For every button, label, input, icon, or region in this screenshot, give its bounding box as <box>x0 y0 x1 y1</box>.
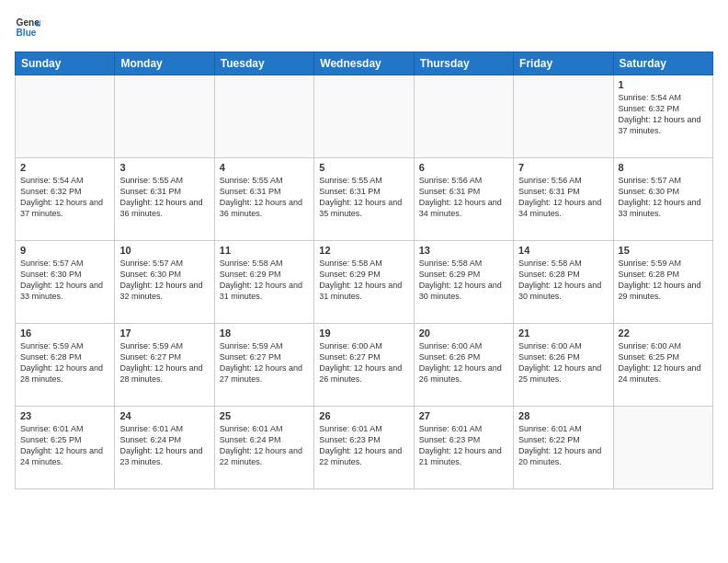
weekday-header-monday: Monday <box>115 52 214 75</box>
day-info: Sunrise: 5:57 AM Sunset: 6:30 PM Dayligh… <box>619 175 708 220</box>
day-number: 23 <box>20 410 109 421</box>
calendar-cell: 2Sunrise: 5:54 AM Sunset: 6:32 PM Daylig… <box>16 158 115 241</box>
day-number: 26 <box>319 410 408 421</box>
calendar-cell: 26Sunrise: 6:01 AM Sunset: 6:23 PM Dayli… <box>314 407 414 489</box>
weekday-header-thursday: Thursday <box>414 52 513 75</box>
calendar-cell <box>414 75 513 158</box>
calendar-cell: 6Sunrise: 5:56 AM Sunset: 6:31 PM Daylig… <box>414 158 513 241</box>
day-number: 4 <box>220 162 309 173</box>
calendar-cell: 21Sunrise: 6:00 AM Sunset: 6:26 PM Dayli… <box>514 324 613 407</box>
day-number: 20 <box>419 327 508 339</box>
day-info: Sunrise: 6:01 AM Sunset: 6:24 PM Dayligh… <box>119 423 209 468</box>
calendar-cell <box>214 75 313 158</box>
calendar-cell <box>613 407 712 489</box>
day-info: Sunrise: 6:00 AM Sunset: 6:26 PM Dayligh… <box>419 340 508 385</box>
calendar-cell: 16Sunrise: 5:59 AM Sunset: 6:28 PM Dayli… <box>16 324 115 407</box>
logo: General Blue <box>15 15 42 40</box>
day-number: 11 <box>220 245 309 256</box>
weekday-header-friday: Friday <box>514 52 613 75</box>
calendar-cell: 22Sunrise: 6:00 AM Sunset: 6:25 PM Dayli… <box>613 324 712 407</box>
calendar-cell: 1Sunrise: 5:54 AM Sunset: 6:32 PM Daylig… <box>613 75 712 158</box>
logo-icon: General Blue <box>15 15 40 40</box>
day-info: Sunrise: 5:54 AM Sunset: 6:32 PM Dayligh… <box>20 175 109 220</box>
day-info: Sunrise: 6:01 AM Sunset: 6:25 PM Dayligh… <box>20 423 109 468</box>
calendar-cell: 5Sunrise: 5:55 AM Sunset: 6:31 PM Daylig… <box>314 158 414 241</box>
day-number: 1 <box>619 79 708 90</box>
day-number: 8 <box>619 162 708 173</box>
calendar-cell: 10Sunrise: 5:57 AM Sunset: 6:30 PM Dayli… <box>115 241 214 324</box>
day-number: 17 <box>119 327 209 339</box>
day-info: Sunrise: 5:55 AM Sunset: 6:31 PM Dayligh… <box>220 175 309 220</box>
day-info: Sunrise: 5:56 AM Sunset: 6:31 PM Dayligh… <box>419 175 508 220</box>
day-number: 19 <box>319 327 408 339</box>
day-info: Sunrise: 5:55 AM Sunset: 6:31 PM Dayligh… <box>319 175 408 220</box>
calendar-table: SundayMondayTuesdayWednesdayThursdayFrid… <box>15 52 713 489</box>
day-info: Sunrise: 6:00 AM Sunset: 6:27 PM Dayligh… <box>319 340 408 385</box>
calendar-cell: 4Sunrise: 5:55 AM Sunset: 6:31 PM Daylig… <box>214 158 313 241</box>
calendar-cell <box>314 75 414 158</box>
calendar-cell: 13Sunrise: 5:58 AM Sunset: 6:29 PM Dayli… <box>414 241 513 324</box>
weekday-header-tuesday: Tuesday <box>214 52 313 75</box>
day-info: Sunrise: 6:00 AM Sunset: 6:26 PM Dayligh… <box>518 340 608 385</box>
day-number: 27 <box>419 410 508 421</box>
day-number: 16 <box>20 327 109 339</box>
day-info: Sunrise: 5:58 AM Sunset: 6:29 PM Dayligh… <box>419 258 508 303</box>
day-info: Sunrise: 5:57 AM Sunset: 6:30 PM Dayligh… <box>20 258 109 303</box>
day-info: Sunrise: 5:58 AM Sunset: 6:29 PM Dayligh… <box>319 258 408 303</box>
day-number: 25 <box>220 410 309 421</box>
week-row-4: 23Sunrise: 6:01 AM Sunset: 6:25 PM Dayli… <box>16 407 713 489</box>
day-info: Sunrise: 6:01 AM Sunset: 6:24 PM Dayligh… <box>220 423 309 468</box>
svg-text:Blue: Blue <box>17 28 37 38</box>
weekday-header-sunday: Sunday <box>16 52 115 75</box>
day-number: 14 <box>518 245 608 256</box>
calendar-cell: 24Sunrise: 6:01 AM Sunset: 6:24 PM Dayli… <box>115 407 214 489</box>
week-row-0: 1Sunrise: 5:54 AM Sunset: 6:32 PM Daylig… <box>16 75 713 158</box>
day-info: Sunrise: 5:55 AM Sunset: 6:31 PM Dayligh… <box>119 175 209 220</box>
week-row-2: 9Sunrise: 5:57 AM Sunset: 6:30 PM Daylig… <box>16 241 713 324</box>
day-number: 15 <box>619 245 708 256</box>
day-info: Sunrise: 6:00 AM Sunset: 6:25 PM Dayligh… <box>619 340 708 385</box>
calendar-cell: 11Sunrise: 5:58 AM Sunset: 6:29 PM Dayli… <box>214 241 313 324</box>
day-number: 7 <box>518 162 608 173</box>
day-number: 13 <box>419 245 508 256</box>
calendar-cell: 25Sunrise: 6:01 AM Sunset: 6:24 PM Dayli… <box>214 407 313 489</box>
day-info: Sunrise: 5:58 AM Sunset: 6:28 PM Dayligh… <box>518 258 608 303</box>
calendar-cell: 20Sunrise: 6:00 AM Sunset: 6:26 PM Dayli… <box>414 324 513 407</box>
day-info: Sunrise: 5:59 AM Sunset: 6:27 PM Dayligh… <box>220 340 309 385</box>
calendar-cell: 19Sunrise: 6:00 AM Sunset: 6:27 PM Dayli… <box>314 324 414 407</box>
day-info: Sunrise: 6:01 AM Sunset: 6:22 PM Dayligh… <box>518 423 608 468</box>
calendar-cell <box>16 75 115 158</box>
day-number: 21 <box>518 327 608 339</box>
calendar-cell: 9Sunrise: 5:57 AM Sunset: 6:30 PM Daylig… <box>16 241 115 324</box>
calendar-cell <box>115 75 214 158</box>
day-number: 3 <box>119 162 209 173</box>
day-number: 24 <box>119 410 209 421</box>
day-info: Sunrise: 6:01 AM Sunset: 6:23 PM Dayligh… <box>319 423 408 468</box>
calendar-cell: 17Sunrise: 5:59 AM Sunset: 6:27 PM Dayli… <box>115 324 214 407</box>
week-row-1: 2Sunrise: 5:54 AM Sunset: 6:32 PM Daylig… <box>16 158 713 241</box>
calendar-cell <box>514 75 613 158</box>
day-number: 9 <box>20 245 109 256</box>
calendar-cell: 7Sunrise: 5:56 AM Sunset: 6:31 PM Daylig… <box>514 158 613 241</box>
calendar-cell: 28Sunrise: 6:01 AM Sunset: 6:22 PM Dayli… <box>514 407 613 489</box>
day-number: 10 <box>119 245 209 256</box>
page-header: General Blue <box>15 15 713 40</box>
day-info: Sunrise: 6:01 AM Sunset: 6:23 PM Dayligh… <box>419 423 508 468</box>
day-number: 5 <box>319 162 408 173</box>
day-info: Sunrise: 5:57 AM Sunset: 6:30 PM Dayligh… <box>119 258 209 303</box>
day-number: 18 <box>220 327 309 339</box>
calendar-cell: 15Sunrise: 5:59 AM Sunset: 6:28 PM Dayli… <box>613 241 712 324</box>
calendar-cell: 3Sunrise: 5:55 AM Sunset: 6:31 PM Daylig… <box>115 158 214 241</box>
day-number: 12 <box>319 245 408 256</box>
calendar-cell: 18Sunrise: 5:59 AM Sunset: 6:27 PM Dayli… <box>214 324 313 407</box>
day-info: Sunrise: 5:59 AM Sunset: 6:27 PM Dayligh… <box>119 340 209 385</box>
day-info: Sunrise: 5:54 AM Sunset: 6:32 PM Dayligh… <box>619 92 708 137</box>
day-info: Sunrise: 5:59 AM Sunset: 6:28 PM Dayligh… <box>619 258 708 303</box>
calendar-cell: 8Sunrise: 5:57 AM Sunset: 6:30 PM Daylig… <box>613 158 712 241</box>
calendar-cell: 23Sunrise: 6:01 AM Sunset: 6:25 PM Dayli… <box>16 407 115 489</box>
weekday-header-wednesday: Wednesday <box>314 52 414 75</box>
day-number: 6 <box>419 162 508 173</box>
weekday-header-saturday: Saturday <box>613 52 712 75</box>
calendar-cell: 27Sunrise: 6:01 AM Sunset: 6:23 PM Dayli… <box>414 407 513 489</box>
day-info: Sunrise: 5:59 AM Sunset: 6:28 PM Dayligh… <box>20 340 109 385</box>
